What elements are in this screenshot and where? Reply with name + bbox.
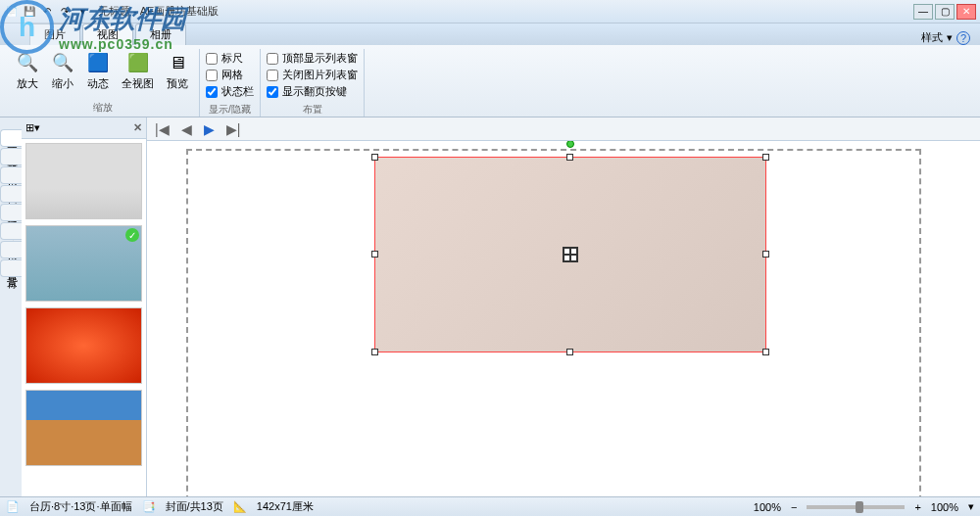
toplist-checkbox[interactable]: 顶部显示列表窗: [267, 51, 358, 66]
thumbnail-panel-header: ⊞ ▾ ✕: [22, 117, 146, 139]
zoom-in-small-button[interactable]: +: [914, 501, 920, 513]
style-dropdown[interactable]: 样式: [921, 30, 943, 45]
resize-handle-tl[interactable]: [371, 154, 378, 161]
help-icon[interactable]: ?: [956, 31, 970, 45]
ribbon-group-label-showhide: 显示/隐藏: [206, 101, 254, 118]
first-page-button[interactable]: |◀: [155, 121, 170, 137]
close-button[interactable]: ✕: [956, 4, 976, 20]
closelist-checkbox[interactable]: 关闭图片列表窗: [267, 68, 358, 82]
zoom-value: 100%: [754, 501, 781, 513]
status-doc-info: 台历·8寸·13页·单面幅: [29, 499, 132, 514]
qat-icon-1[interactable]: 📄: [4, 4, 20, 20]
rotate-handle[interactable]: [566, 141, 574, 148]
tab-view[interactable]: 视图: [82, 23, 133, 45]
thumbnail-list[interactable]: [22, 139, 146, 496]
zoom-out-button[interactable]: 🔍 缩小: [47, 49, 78, 99]
ribbon-group-showhide: 标尺 网格 状态栏 显示/隐藏: [200, 49, 261, 117]
zoom-out-icon: 🔍: [51, 51, 74, 74]
thumbnail-panel: ⊞ ▾ ✕: [22, 117, 147, 496]
zoom-in-button[interactable]: 🔍 放大: [12, 49, 43, 99]
panel-close-icon[interactable]: ✕: [133, 121, 142, 134]
panel-dropdown-icon[interactable]: ▾: [34, 121, 40, 134]
zoom-in-icon: 🔍: [16, 51, 39, 74]
zoom-value-2: 100%: [931, 501, 958, 513]
zoom-out-small-button[interactable]: −: [791, 501, 797, 513]
style-chevron-icon[interactable]: ▾: [947, 31, 953, 44]
thumbnail-item[interactable]: [25, 390, 142, 466]
tab-album[interactable]: 相册: [135, 23, 186, 45]
status-size-info: 142x71厘米: [257, 499, 314, 514]
side-tab-background[interactable]: 背景: [0, 259, 22, 277]
resize-handle-br[interactable]: [762, 349, 769, 355]
center-grip-icon[interactable]: [563, 247, 578, 262]
resize-handle-tm[interactable]: [566, 154, 573, 161]
status-page-info: 封面/共13页: [166, 499, 223, 514]
qat-icon-5[interactable]: ▾: [74, 4, 90, 20]
side-tab-border[interactable]: 镶边: [0, 222, 22, 240]
qat-icon-3[interactable]: ↶: [39, 4, 55, 20]
resize-handle-bm[interactable]: [566, 349, 573, 355]
panel-menu-icon[interactable]: ⊞: [25, 121, 34, 134]
side-tab-template[interactable]: 样板: [0, 166, 22, 184]
dynamic-button[interactable]: 🟦 动态: [82, 49, 114, 99]
thumbnail-item[interactable]: [25, 307, 142, 384]
grid-checkbox[interactable]: 网格: [206, 68, 254, 82]
quick-access-toolbar: 📄 💾 ↶ ↷ ▾: [4, 4, 90, 20]
side-tab-strip: 图片 画册 样板 蒙板 插图 镶边 模板 背景: [0, 117, 22, 496]
thumbnail-item[interactable]: [25, 225, 142, 302]
next-page-button[interactable]: ▶|: [226, 121, 241, 137]
side-tab-model[interactable]: 模板: [0, 241, 22, 258]
shownav-checkbox[interactable]: 显示翻页按键: [267, 84, 358, 99]
resize-handle-tr[interactable]: [762, 154, 769, 161]
dynamic-icon: 🟦: [86, 51, 110, 74]
thumbnail-item[interactable]: [25, 143, 142, 219]
preview-button[interactable]: 🖥 预览: [162, 49, 193, 99]
side-tab-album[interactable]: 画册: [0, 148, 22, 165]
ribbon: 🔍 放大 🔍 缩小 🟦 动态 🟩 全视图 🖥 预览 缩放 标尺: [0, 45, 980, 117]
canvas-viewport[interactable]: [147, 141, 980, 496]
side-tab-mask[interactable]: 蒙板: [0, 185, 22, 203]
canvas-area: |◀ ◀ ▶ ▶|: [147, 117, 980, 496]
ribbon-group-label-zoom: 缩放: [12, 99, 193, 117]
ruler-checkbox[interactable]: 标尺: [206, 51, 254, 66]
statusbar-checkbox[interactable]: 状态栏: [206, 84, 254, 99]
prev-page-button[interactable]: ◀: [181, 121, 192, 137]
preview-icon: 🖥: [166, 51, 189, 74]
qat-icon-2[interactable]: 💾: [22, 4, 37, 20]
page-frame[interactable]: [186, 149, 921, 496]
fullview-button[interactable]: 🟩 全视图: [118, 49, 158, 99]
resize-handle-ml[interactable]: [371, 251, 378, 258]
status-size-icon: 📐: [233, 500, 247, 513]
minimize-button[interactable]: —: [913, 4, 933, 20]
selected-image-object[interactable]: [374, 157, 766, 352]
window-title: 无标题 - AE画册坊基础版: [98, 4, 219, 19]
side-tab-image[interactable]: 图片: [0, 129, 22, 147]
tab-image[interactable]: 图片: [29, 23, 80, 45]
ribbon-group-label-layout: 布置: [267, 101, 358, 118]
zoom-dropdown-icon[interactable]: ▾: [968, 500, 974, 513]
zoom-slider[interactable]: [807, 505, 905, 509]
maximize-button[interactable]: ▢: [935, 4, 955, 20]
resize-handle-mr[interactable]: [762, 251, 769, 258]
side-tab-clipart[interactable]: 插图: [0, 204, 22, 221]
ribbon-tabs: 图片 视图 相册 样式 ▾ ?: [0, 23, 980, 45]
ribbon-group-layout: 顶部显示列表窗 关闭图片列表窗 显示翻页按键 布置: [261, 49, 365, 117]
main-area: 图片 画册 样板 蒙板 插图 镶边 模板 背景 ⊞ ▾ ✕ |◀ ◀ ▶ ▶|: [0, 117, 980, 496]
statusbar: 📄 台历·8寸·13页·单面幅 📑 封面/共13页 📐 142x71厘米 100…: [0, 496, 980, 516]
qat-icon-4[interactable]: ↷: [57, 4, 73, 20]
fullview-icon: 🟩: [126, 51, 150, 74]
playback-bar: |◀ ◀ ▶ ▶|: [147, 117, 980, 141]
status-page-icon: 📑: [142, 500, 156, 513]
status-doc-icon: 📄: [6, 500, 20, 513]
titlebar: 📄 💾 ↶ ↷ ▾ 无标题 - AE画册坊基础版 — ▢ ✕: [0, 0, 980, 23]
resize-handle-bl[interactable]: [371, 349, 378, 355]
play-button[interactable]: ▶: [204, 121, 215, 137]
ribbon-group-zoom: 🔍 放大 🔍 缩小 🟦 动态 🟩 全视图 🖥 预览 缩放: [6, 49, 200, 117]
